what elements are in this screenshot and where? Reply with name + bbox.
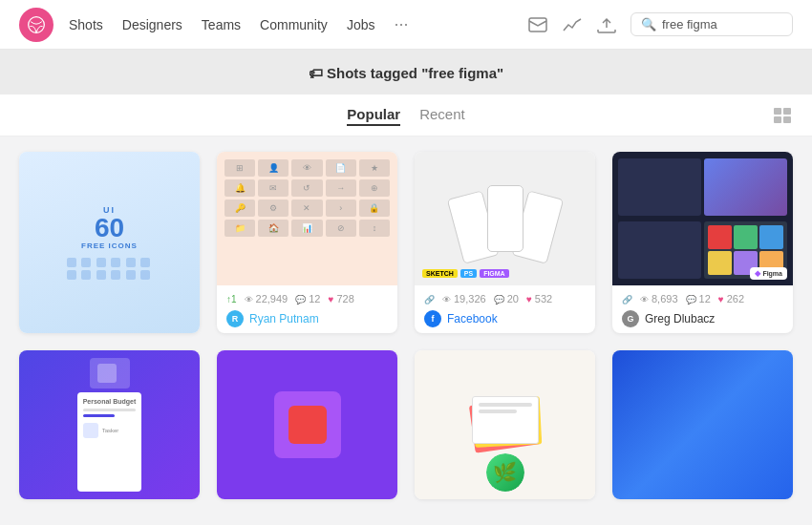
views-stat-2: 22,949 xyxy=(245,293,288,304)
shot-thumbnail-7: 🌿 xyxy=(415,350,595,499)
shot-thumbnail-8 xyxy=(612,350,793,499)
shot-author-2[interactable]: R Ryan Putnam xyxy=(226,310,388,327)
andrew-top-card xyxy=(90,358,130,388)
dark-block-1 xyxy=(618,158,701,216)
views-icon-4 xyxy=(640,293,649,304)
comments-icon-3 xyxy=(494,293,504,304)
shot-author-4[interactable]: G Greg Dlubacz xyxy=(622,310,783,327)
nav-actions: 🔍 xyxy=(527,12,793,36)
nav-designers[interactable]: Designers xyxy=(122,17,182,32)
tag-value: "free figma" xyxy=(421,65,503,81)
views-stat-3: 19,326 xyxy=(442,293,486,304)
filter-bar: Popular Recent xyxy=(0,94,812,136)
tab-popular[interactable]: Popular xyxy=(347,104,400,126)
tag-header: 🏷 Shots tagged "free figma" xyxy=(0,50,812,94)
shot-author-3[interactable]: f Facebook xyxy=(424,310,586,327)
link-icon-4 xyxy=(622,293,632,304)
shot-card-7[interactable]: 🌿 ↑1 1,634 3 133 xyxy=(415,350,595,499)
paper-stack-7 xyxy=(467,396,544,453)
colored-block-1 xyxy=(704,158,787,216)
trending-icon-2: ↑1 xyxy=(226,294,237,304)
comments-icon-4 xyxy=(686,293,696,304)
svg-rect-1 xyxy=(529,18,546,32)
shot-stats-2: ↑1 22,949 12 728 xyxy=(226,293,388,304)
shots-grid: UI 60 FREE ICONS xyxy=(0,136,812,514)
dribbble-logo[interactable] xyxy=(19,8,53,42)
figma-badge: FIGMA xyxy=(480,269,509,278)
author-name-2: Ryan Putnam xyxy=(249,312,319,326)
tag-icon: 🏷 xyxy=(309,65,323,81)
comments-stat-3: 20 xyxy=(494,293,519,304)
svg-rect-2 xyxy=(774,108,781,115)
nav-community[interactable]: Community xyxy=(260,17,328,32)
views-icon-2 xyxy=(245,293,253,304)
navbar: Shots Designers Teams Community Jobs ···… xyxy=(0,0,812,50)
purple-inner-6 xyxy=(288,406,327,444)
shot-thumbnail-3: SKETCH PS FIGMA xyxy=(415,152,595,285)
shot-thumbnail-6 xyxy=(217,350,397,499)
author-name-3: Facebook xyxy=(447,312,498,326)
search-input[interactable] xyxy=(662,17,796,32)
paper-white xyxy=(472,396,539,444)
phone-mockup-center xyxy=(487,185,524,252)
shot-card-2[interactable]: ⊞ 👤 👁 📄 ★ 🔔 ✉ ↺ → ⊕ 🔑 ⚙ ✕ › 🔒 📁 🏠 📊 ⊘ ↕ xyxy=(217,152,397,333)
shot-thumbnail-5: Personal Budget Tasker xyxy=(19,350,200,499)
shot-card-6[interactable]: 1,316 0 94 C Craftwork 🌿 UI for Creators xyxy=(217,350,397,499)
likes-icon-2 xyxy=(328,293,333,304)
mail-icon[interactable] xyxy=(527,14,548,35)
shot-card-4[interactable]: ◆ Figma 8,693 12 262 xyxy=(612,152,793,333)
svg-rect-5 xyxy=(783,116,791,123)
shot-meta-4: 8,693 12 262 G Greg Dlubacz xyxy=(612,285,793,333)
filter-tabs: Popular Recent xyxy=(347,104,464,126)
tab-recent[interactable]: Recent xyxy=(419,104,465,126)
search-icon: 🔍 xyxy=(641,17,656,32)
likes-icon-4 xyxy=(718,293,724,304)
shot-thumbnail-2: ⊞ 👤 👁 📄 ★ 🔔 ✉ ↺ → ⊕ 🔑 ⚙ ✕ › 🔒 📁 🏠 📊 ⊘ ↕ xyxy=(217,152,397,285)
andrew-main-card: Personal Budget Tasker xyxy=(77,392,142,492)
shot-card-3[interactable]: SKETCH PS FIGMA 19,326 20 xyxy=(415,152,595,333)
shot-meta-2: ↑1 22,949 12 728 R Ry xyxy=(217,285,397,333)
figma-overlay: ◆ Figma xyxy=(750,267,787,280)
shot-stats-4: 8,693 12 262 xyxy=(622,293,783,304)
author-name-4: Greg Dlubacz xyxy=(645,312,715,326)
views-stat-4: 8,693 xyxy=(640,293,678,304)
shot-stats-3: 19,326 20 532 xyxy=(424,293,586,304)
author-avatar-3: f xyxy=(424,310,441,327)
shot-meta-3: 19,326 20 532 f Facebook xyxy=(415,285,595,333)
comments-stat-4: 12 xyxy=(686,293,711,304)
shot-card-1[interactable]: UI 60 FREE ICONS xyxy=(19,152,200,333)
nav-shots[interactable]: Shots xyxy=(69,17,103,32)
likes-stat-4: 262 xyxy=(718,293,744,304)
nav-teams[interactable]: Teams xyxy=(202,17,241,32)
search-box[interactable]: 🔍 xyxy=(630,12,793,36)
dash-row-4 xyxy=(707,411,710,435)
shot-card-5[interactable]: Personal Budget Tasker ↑1 1,287 xyxy=(19,350,200,499)
sketch-badge: SKETCH xyxy=(422,269,458,278)
ps-badge: PS xyxy=(460,269,477,278)
grid-toggle[interactable] xyxy=(774,108,793,123)
comments-icon-2 xyxy=(295,293,306,304)
svg-rect-4 xyxy=(774,116,781,123)
svg-point-0 xyxy=(29,16,45,32)
shot-thumbnail-1: UI 60 FREE ICONS xyxy=(19,152,200,333)
svg-rect-3 xyxy=(783,108,791,115)
nav-links: Shots Designers Teams Community Jobs ··· xyxy=(69,14,527,34)
link-icon-3 xyxy=(424,293,435,304)
analytics-icon[interactable] xyxy=(562,14,583,35)
author-avatar-2: R xyxy=(226,310,244,327)
views-icon-3 xyxy=(442,293,451,304)
likes-stat-2: 728 xyxy=(328,293,353,304)
comments-stat-2: 12 xyxy=(295,293,320,304)
tag-prefix: Shots tagged xyxy=(327,65,421,81)
upload-icon[interactable] xyxy=(596,14,617,35)
purple-box-6 xyxy=(274,391,341,458)
author-avatar-4: G xyxy=(622,310,639,327)
likes-icon-3 xyxy=(526,293,532,304)
dark-block-2 xyxy=(618,221,701,279)
plant-photo: 🌿 xyxy=(486,453,524,492)
nav-jobs[interactable]: Jobs xyxy=(347,17,375,32)
nav-more[interactable]: ··· xyxy=(394,14,408,34)
shot-thumbnail-4: ◆ Figma xyxy=(612,152,793,285)
main-content: UI 60 FREE ICONS xyxy=(0,136,812,525)
shot-card-8[interactable]: 1,261 0 82 C Craftwork 🌿 UI for Creators xyxy=(612,350,793,499)
